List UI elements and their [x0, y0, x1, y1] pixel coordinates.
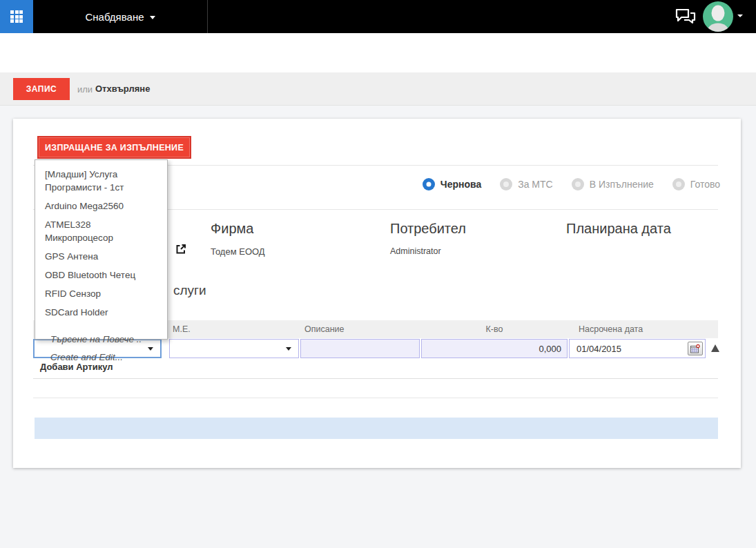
send-for-execution-button[interactable]: ИЗПРАЩАНЕ ЗА ИЗПЪЛНЕНИЕ: [37, 136, 191, 159]
app-title-label: Снабдяване: [85, 11, 144, 23]
status-dot-icon: [500, 178, 512, 190]
topbar: Снабдяване: [0, 0, 756, 33]
scheduled-date-value: 01/04/2015: [576, 344, 621, 354]
calendar-button[interactable]: [688, 342, 703, 355]
dropdown-item[interactable]: ATMEL328 Микропроцесор: [35, 215, 167, 247]
field-label-company: Фирма: [211, 221, 253, 237]
dropdown-item[interactable]: RFID Сензор: [35, 284, 167, 303]
status-dot-icon: [423, 178, 435, 190]
status-dot-icon: [672, 178, 685, 190]
app-menu-title[interactable]: Снабдяване: [33, 0, 207, 33]
dropdown-item[interactable]: Arduino Mega2560: [35, 197, 167, 215]
column-header-quantity: К-во: [421, 324, 568, 334]
dropdown-search-more[interactable]: Търсене на Повече ..: [35, 331, 167, 349]
dropdown-item[interactable]: SDCard Holder: [35, 303, 167, 322]
statusbar: Чернова За МТС В Изпълнение Готово: [423, 178, 720, 190]
dropdown-item[interactable]: OBD Bluetooth Четец: [35, 266, 167, 284]
calendar-icon: [690, 344, 700, 353]
breadcrumb-bar: Искане за материали / New: [0, 33, 756, 72]
external-link-icon[interactable]: [175, 243, 187, 255]
field-value-company[interactable]: Тодем ЕООД: [211, 246, 265, 257]
status-step-draft[interactable]: Чернова: [423, 178, 481, 190]
status-label: Готово: [690, 179, 720, 190]
column-header-scheduled-date: Насрочена дата: [579, 324, 643, 334]
status-step-done[interactable]: Готово: [672, 178, 720, 190]
dropdown-item[interactable]: GPS Антена: [35, 247, 167, 266]
caret-down-icon: [286, 347, 291, 351]
table-bottom-divider: [33, 378, 718, 379]
footer-highlight-bar: [35, 418, 718, 439]
apps-menu-button[interactable]: [0, 0, 33, 33]
field-label-user: Потребител: [390, 221, 466, 237]
apps-grid-icon: [10, 10, 23, 23]
column-header-uom: М.Е.: [173, 324, 191, 334]
field-value-user[interactable]: Administrator: [390, 246, 441, 256]
dropdown-create-and-edit[interactable]: Create and Edit...: [35, 349, 167, 366]
topbar-divider: [207, 0, 208, 33]
sheet-divider: [33, 398, 718, 398]
scheduled-date-cell[interactable]: 01/04/2015: [569, 339, 706, 358]
quantity-value: 0,000: [539, 344, 561, 354]
uom-select[interactable]: [169, 339, 299, 358]
avatar[interactable]: [703, 1, 733, 32]
field-label-planned-date: Планирана дата: [566, 221, 671, 237]
user-menu-caret-icon[interactable]: [737, 14, 743, 17]
discard-button[interactable]: Отхвърляне: [95, 84, 150, 94]
save-button[interactable]: ЗАПИС: [13, 78, 70, 100]
description-cell[interactable]: [300, 339, 420, 358]
or-label: или: [77, 84, 93, 95]
dropdown-item[interactable]: [Младши] Услуга Програмисти - 1ст: [35, 165, 167, 197]
status-label: Чернова: [440, 179, 481, 190]
warning-icon: [711, 344, 719, 352]
section-title: слуги: [173, 283, 206, 298]
status-step-in-progress[interactable]: В Изпълнение: [572, 178, 654, 190]
status-label: За МТС: [518, 179, 552, 190]
status-dot-icon: [572, 178, 584, 190]
column-header-description: Описание: [304, 324, 345, 334]
status-step-mts[interactable]: За МТС: [500, 178, 552, 190]
messages-icon[interactable]: [674, 7, 697, 26]
dropdown-spacer: [35, 322, 167, 331]
product-dropdown-menu: [Младши] Услуга Програмисти - 1ст Arduin…: [35, 159, 168, 340]
chevron-down-icon: [150, 16, 155, 19]
screen: Снабдяване Искане за материали /: [0, 0, 756, 548]
quantity-cell[interactable]: 0,000: [421, 339, 568, 358]
status-label: В Изпълнение: [590, 179, 654, 190]
